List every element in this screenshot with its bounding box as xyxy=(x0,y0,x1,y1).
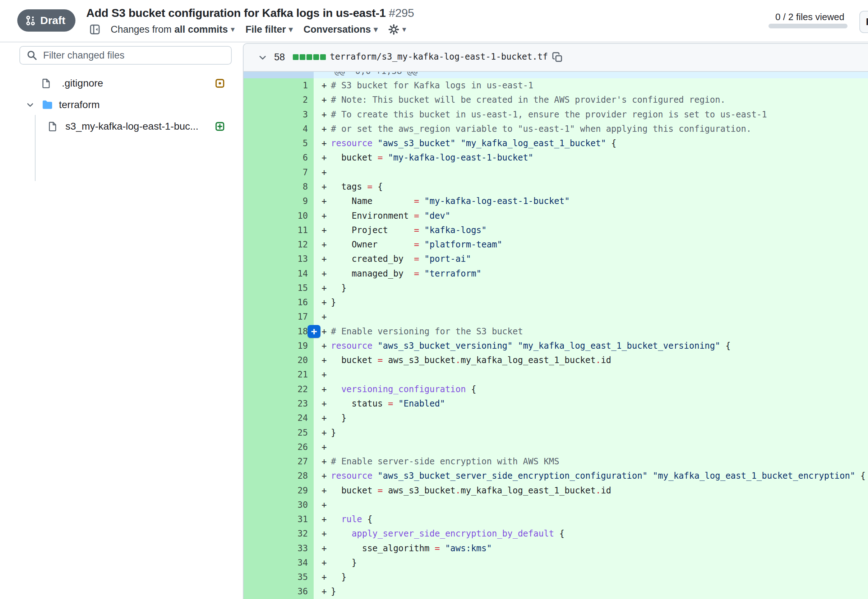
old-line-number-cell[interactable] xyxy=(244,396,278,411)
new-line-number[interactable]: 34 xyxy=(278,555,313,570)
new-line-number[interactable]: 25 xyxy=(278,425,313,439)
new-line-number[interactable]: 33 xyxy=(278,541,313,555)
conversations-dropdown[interactable]: Conversations ▾ xyxy=(304,24,378,35)
old-line-number-cell[interactable] xyxy=(244,512,278,527)
diffstat-block xyxy=(293,54,298,60)
addition-marker: + xyxy=(313,570,331,584)
old-line-number-cell[interactable] xyxy=(244,223,278,237)
old-line-number-cell[interactable] xyxy=(244,339,278,353)
collapse-sidebar-icon[interactable] xyxy=(90,24,100,35)
old-line-number-cell[interactable] xyxy=(244,151,278,165)
diff-settings-dropdown[interactable]: ▾ xyxy=(388,24,406,35)
new-line-number[interactable]: 8 xyxy=(278,179,313,194)
addition-marker: + xyxy=(313,382,331,396)
copy-path-button[interactable] xyxy=(552,52,563,62)
old-line-number-cell[interactable] xyxy=(244,469,278,483)
old-line-number-cell[interactable] xyxy=(244,295,278,310)
new-line-number[interactable]: 21 xyxy=(278,367,313,382)
new-line-number[interactable]: 36 xyxy=(278,584,313,599)
new-line-number[interactable]: 11 xyxy=(278,223,313,237)
tree-item-terraform-folder[interactable]: terraform xyxy=(0,95,242,115)
old-line-number-cell[interactable] xyxy=(244,324,278,339)
new-line-number[interactable]: 14 xyxy=(278,266,313,280)
old-line-number-cell[interactable] xyxy=(244,252,278,266)
new-line-number[interactable]: 2 xyxy=(278,93,313,107)
addition-marker: + xyxy=(313,281,331,295)
old-line-number-cell[interactable] xyxy=(244,411,278,425)
old-line-number-cell[interactable] xyxy=(244,266,278,280)
new-line-number[interactable]: 23 xyxy=(278,396,313,411)
new-line-number[interactable]: 22 xyxy=(278,382,313,396)
diff-line: 22+ versioning_configuration { xyxy=(244,382,868,396)
code-cell: +} xyxy=(313,425,868,439)
old-line-number-cell[interactable] xyxy=(244,165,278,179)
addition-marker: + xyxy=(313,584,331,599)
old-line-number-cell[interactable] xyxy=(244,570,278,584)
filter-changed-files-input[interactable]: Filter changed files xyxy=(20,46,232,65)
new-line-number[interactable]: 28 xyxy=(278,469,313,483)
new-line-number[interactable]: 15 xyxy=(278,281,313,295)
old-line-number-cell[interactable] xyxy=(244,353,278,367)
new-line-number[interactable]: 27 xyxy=(278,454,313,469)
collapse-file-chevron-icon[interactable] xyxy=(258,53,267,62)
old-line-number-cell[interactable] xyxy=(244,367,278,382)
old-line-number-cell[interactable] xyxy=(244,310,278,324)
old-line-number-cell[interactable] xyxy=(244,584,278,599)
code-cell: + rule { xyxy=(313,512,868,527)
old-line-number-cell[interactable] xyxy=(244,541,278,555)
diff-line: 11+ Project = "kafka-logs" xyxy=(244,223,868,237)
add-comment-button[interactable]: + xyxy=(307,325,321,338)
file-filter-dropdown[interactable]: File filter ▾ xyxy=(246,24,293,35)
new-line-number[interactable]: 1 xyxy=(278,78,313,93)
new-line-number[interactable]: 19 xyxy=(278,339,313,353)
new-line-number[interactable]: 17 xyxy=(278,310,313,324)
new-line-number[interactable]: 35 xyxy=(278,570,313,584)
added-file-badge xyxy=(215,121,225,131)
addition-marker: + xyxy=(313,339,331,353)
new-line-number[interactable]: 13 xyxy=(278,252,313,266)
new-line-number[interactable]: 6 xyxy=(278,151,313,165)
new-line-number[interactable]: 12 xyxy=(278,237,313,252)
diff-line: 10+ Environment = "dev" xyxy=(244,208,868,223)
new-line-number[interactable]: 20 xyxy=(278,353,313,367)
new-line-number[interactable]: 32 xyxy=(278,527,313,541)
new-line-number[interactable]: 31 xyxy=(278,512,313,527)
new-line-number[interactable]: 5 xyxy=(278,136,313,151)
pr-number: #295 xyxy=(389,6,414,20)
new-line-number[interactable]: 29 xyxy=(278,483,313,497)
old-line-number-cell[interactable] xyxy=(244,122,278,136)
old-line-number-cell[interactable] xyxy=(244,179,278,194)
old-line-number-cell[interactable] xyxy=(244,483,278,497)
old-line-number-cell[interactable] xyxy=(244,93,278,107)
old-line-number-cell[interactable] xyxy=(244,237,278,252)
old-line-number-cell[interactable] xyxy=(244,440,278,454)
old-line-number-cell[interactable] xyxy=(244,194,278,208)
old-line-number-cell[interactable] xyxy=(244,527,278,541)
new-line-number[interactable]: 24 xyxy=(278,411,313,425)
diff-line: 24+ } xyxy=(244,411,868,425)
new-line-number[interactable]: 10 xyxy=(278,208,313,223)
diff-line: 12+ Owner = "platform-team" xyxy=(244,237,868,252)
old-line-number-cell[interactable] xyxy=(244,281,278,295)
new-line-number[interactable]: 30 xyxy=(278,498,313,512)
changes-from-dropdown[interactable]: Changes from all commits ▾ xyxy=(111,24,235,35)
old-line-number-cell[interactable] xyxy=(244,107,278,122)
new-line-number[interactable]: 4 xyxy=(278,122,313,136)
old-line-number-cell[interactable] xyxy=(244,454,278,469)
tree-item-gitignore[interactable]: .gitignore xyxy=(0,73,242,93)
old-line-number-cell[interactable] xyxy=(244,136,278,151)
old-line-number-cell[interactable] xyxy=(244,555,278,570)
review-changes-button[interactable]: R xyxy=(859,11,868,33)
new-line-number[interactable]: 3 xyxy=(278,107,313,122)
old-line-number-cell[interactable] xyxy=(244,208,278,223)
new-line-number[interactable]: 7 xyxy=(278,165,313,179)
new-line-number[interactable]: 9 xyxy=(278,194,313,208)
new-line-number[interactable]: 16 xyxy=(278,295,313,310)
old-line-number-cell[interactable] xyxy=(244,78,278,93)
old-line-number-cell[interactable] xyxy=(244,498,278,512)
old-line-number-cell[interactable] xyxy=(244,382,278,396)
diff-file-path[interactable]: terraform/s3_my-kafka-log-east-1-bucket.… xyxy=(330,52,548,62)
old-line-number-cell[interactable] xyxy=(244,425,278,439)
new-line-number[interactable]: 26 xyxy=(278,440,313,454)
tree-item-s3-bucket-file[interactable]: s3_my-kafka-log-east-1-buc... xyxy=(0,116,242,137)
